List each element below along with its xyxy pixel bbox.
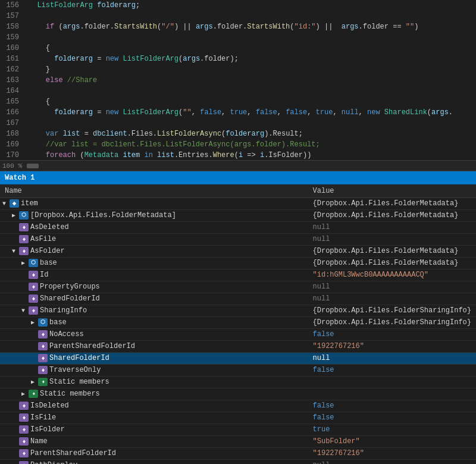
watch-cell-value: {Dropbox.Api.Files.FolderMetadata} — [308, 245, 476, 257]
watch-row[interactable]: ▶⬧Static members — [0, 376, 476, 388]
prop-type-icon: ⬡ — [19, 211, 29, 220]
watch-row[interactable]: ⬧ParentSharedFolderId"1922767216" — [0, 340, 476, 352]
watch-row[interactable]: ⬧PropertyGroupsnull — [0, 281, 476, 293]
watch-row[interactable]: ⬧IsFilefalse — [0, 412, 476, 424]
watch-cell-value: "id:hGML3WwcB0AAAAAAAAAACQ" — [308, 269, 476, 281]
watch-row[interactable]: ▼⬧SharingInfo{Dropbox.Api.Files.FolderSh… — [0, 305, 476, 316]
watch-row[interactable]: ▶⬡base{Dropbox.Api.Files.FolderSharingIn… — [0, 316, 476, 328]
watch-row[interactable]: ⬧ParentSharedFolderId"1922767216" — [0, 447, 476, 459]
expand-icon[interactable]: ▼ — [12, 248, 19, 255]
watch-cell-value: {Dropbox.Api.Files.FolderMetadata} — [308, 257, 476, 269]
prop-type-icon: ⬡ — [29, 259, 38, 267]
code-line-158: 158 if (args.folder.StartsWith("/") || a… — [0, 21, 476, 32]
watch-cell-value: null — [308, 221, 476, 233]
prop-type-icon: ⬧ — [19, 402, 29, 410]
watch-cell-value: false — [308, 364, 476, 376]
watch-row[interactable]: ⬧IsDeletedfalse — [0, 400, 476, 412]
watch-cell-value: {Dropbox.Api.Files.FolderSharingInfo} — [308, 316, 476, 328]
watch-row[interactable]: ▶⬧Static members — [0, 388, 476, 400]
expand-icon[interactable]: ▶ — [31, 319, 38, 326]
prop-type-icon: ⬧ — [19, 247, 29, 255]
watch-row[interactable]: ▼⬧AsFolder{Dropbox.Api.Files.FolderMetad… — [0, 245, 476, 257]
watch-cell-value: null — [308, 459, 476, 464]
prop-type-icon: ⬧ — [19, 235, 29, 243]
watch-row[interactable]: ⬧NoAccessfalse — [0, 328, 476, 340]
watch-row-name: Static members — [49, 378, 109, 386]
scrollbar-handle[interactable] — [27, 164, 39, 168]
watch-cell-name: ▶⬡[Dropbox.Api.Files.FolderMetadata] — [0, 209, 308, 221]
watch-row[interactable]: ⬧PathDisplaynull — [0, 459, 476, 464]
watch-row[interactable]: ▼◆item{Dropbox.Api.Files.FolderMetadata} — [0, 197, 476, 209]
watch-row-name: PropertyGroups — [40, 283, 100, 291]
watch-row-name: TraverseOnly — [49, 366, 101, 374]
watch-header: Watch 1 — [0, 171, 476, 184]
watch-row-name: IsDeleted — [30, 402, 69, 410]
watch-row[interactable]: ⬧IsFoldertrue — [0, 424, 476, 435]
watch-cell-value: "1922767216" — [308, 340, 476, 352]
watch-table: Name Value ▼◆item{Dropbox.Api.Files.Fold… — [0, 184, 476, 464]
watch-row[interactable]: ⬧TraverseOnlyfalse — [0, 364, 476, 376]
watch-row-name: [Dropbox.Api.Files.FolderMetadata] — [30, 211, 176, 220]
watch-row-name: IsFolder — [30, 425, 65, 434]
code-line-165: 165 { — [0, 96, 476, 107]
watch-row[interactable]: ▶⬡[Dropbox.Api.Files.FolderMetadata]{Dro… — [0, 209, 476, 221]
watch-cell-name: ▶⬡base — [0, 257, 308, 269]
watch-row[interactable]: ⬧Id"id:hGML3WwcB0AAAAAAAAAACQ" — [0, 269, 476, 281]
watch-cell-value: {Dropbox.Api.Files.FolderMetadata} — [308, 197, 476, 209]
watch-cell-name: ⬧AsFile — [0, 233, 308, 245]
watch-cell-name: ▶⬧Static members — [0, 376, 308, 388]
expand-icon[interactable]: ▶ — [21, 259, 29, 267]
column-value-header: Value — [308, 184, 476, 197]
watch-cell-value: {Dropbox.Api.Files.FolderMetadata} — [308, 209, 476, 221]
prop-type-icon: ⬧ — [29, 294, 38, 303]
watch-row-name: base — [40, 259, 57, 267]
prop-type-icon: ⬧ — [29, 390, 38, 398]
code-line-163: 163 else //Share — [0, 75, 476, 86]
watch-cell-name: ⬧SharedFolderId — [0, 293, 308, 305]
watch-cell-value: false — [308, 400, 476, 412]
watch-cell-name: ⬧Id — [0, 269, 308, 281]
expand-icon[interactable]: ▶ — [12, 212, 19, 219]
expand-icon[interactable]: ▶ — [31, 378, 38, 385]
watch-cell-name: ⬧AsDeleted — [0, 221, 308, 233]
scrollbar-area[interactable]: 100 % — [0, 161, 476, 171]
code-line-162: 162 } — [0, 64, 476, 75]
watch-row[interactable]: ⬧SharedFolderIdnull — [0, 352, 476, 364]
watch-row-name: SharedFolderId — [49, 354, 109, 362]
expand-icon[interactable]: ▶ — [21, 390, 29, 397]
watch-row-name: Name — [30, 437, 48, 446]
expand-icon[interactable]: ▼ — [21, 308, 29, 314]
watch-row-name: base — [49, 318, 67, 327]
code-line-169: 169 //var list = dbclient.Files.ListFold… — [0, 139, 476, 150]
code-line-167: 167 — [0, 118, 476, 128]
watch-row[interactable]: ⬧AsFilenull — [0, 233, 476, 245]
watch-cell-value: false — [308, 412, 476, 424]
watch-cell-value: "SubFolder" — [308, 435, 476, 447]
code-editor: 156 ListFolderArg folderarg; 157 158 if … — [0, 0, 476, 161]
watch-row-name: Id — [40, 271, 48, 279]
expand-icon[interactable]: ▼ — [2, 200, 10, 207]
watch-row[interactable]: ⬧AsDeletednull — [0, 221, 476, 233]
watch-cell-name: ⬧IsFile — [0, 412, 308, 424]
watch-cell-name: ▶⬡base — [0, 316, 308, 328]
watch-cell-name: ⬧Name — [0, 435, 308, 447]
watch-row-name: AsFolder — [30, 247, 65, 255]
watch-row-name: NoAccess — [49, 330, 84, 338]
watch-cell-name: ⬧ParentSharedFolderId — [0, 447, 308, 459]
watch-cell-name: ⬧IsFolder — [0, 424, 308, 435]
watch-row[interactable]: ⬧SharedFolderIdnull — [0, 293, 476, 305]
watch-cell-name: ⬧TraverseOnly — [0, 364, 308, 376]
watch-row[interactable]: ▶⬡base{Dropbox.Api.Files.FolderMetadata} — [0, 257, 476, 269]
code-line-157: 157 — [0, 11, 476, 21]
watch-row[interactable]: ⬧Name"SubFolder" — [0, 435, 476, 447]
prop-type-icon: ◆ — [10, 199, 19, 208]
prop-type-icon: ⬧ — [19, 413, 29, 422]
watch-row-name: item — [21, 199, 38, 208]
watch-cell-value — [308, 376, 476, 388]
watch-row-name: IsFile — [30, 413, 56, 422]
watch-cell-value: "1922767216" — [308, 447, 476, 459]
watch-row-name: Static members — [40, 390, 100, 398]
watch-cell-name: ⬧PropertyGroups — [0, 281, 308, 293]
prop-type-icon: ⬧ — [38, 330, 48, 338]
watch-cell-name: ▼⬧AsFolder — [0, 245, 308, 257]
